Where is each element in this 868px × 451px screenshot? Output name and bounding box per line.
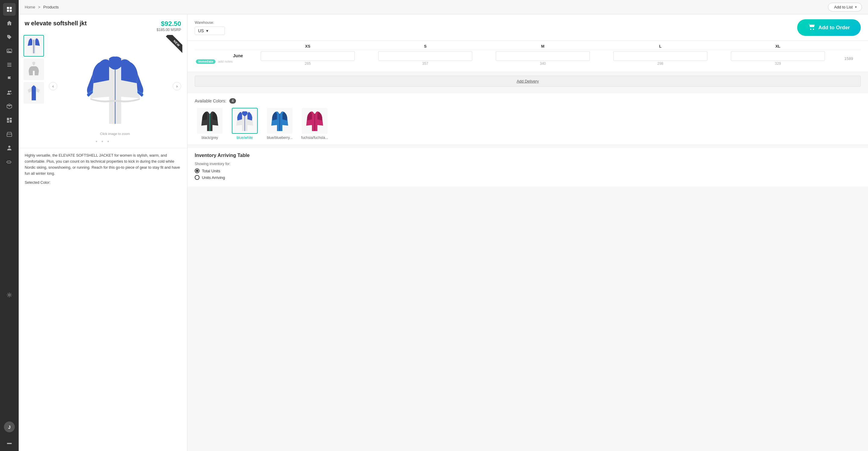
product-images: NEW ‹ (19, 35, 187, 137)
size-l-header: L (601, 44, 719, 49)
warehouse-value: US (198, 28, 204, 33)
image-dots: • • • (19, 137, 187, 148)
sidebar-item-box[interactable] (3, 100, 16, 113)
warehouse-block: Warehouse: US ▾ (195, 21, 225, 35)
order-panel: Warehouse: US ▾ Add to Order (187, 14, 868, 451)
total-units-radio-circle (195, 168, 199, 173)
size-s-header: S (367, 44, 484, 49)
color-swatch-blue-white (232, 108, 258, 134)
colors-section: Available Colors: 4 (187, 93, 868, 145)
product-price-block: $92.50 $185.00 MSRP (157, 20, 181, 32)
sidebar-item-gallery[interactable] (3, 114, 16, 127)
warehouse-label: Warehouse: (195, 21, 225, 25)
sidebar-item-flag[interactable] (3, 72, 16, 85)
svg-rect-14 (10, 120, 12, 123)
add-to-order-label: Add to Order (818, 25, 850, 31)
sidebar-item-handshake[interactable] (3, 156, 16, 168)
size-xs-header: XS (249, 44, 367, 49)
breadcrumb-home[interactable]: Home (25, 5, 35, 9)
add-to-order-button[interactable]: Add to Order (797, 19, 861, 36)
sidebar-item-list[interactable] (3, 59, 16, 71)
xl-inventory: 329 (719, 61, 837, 66)
warehouse-select[interactable]: US ▾ (195, 27, 225, 35)
product-price: $92.50 (157, 20, 181, 28)
sidebar-item-image[interactable] (3, 44, 16, 57)
warehouse-chevron-icon: ▾ (206, 28, 208, 33)
selected-color-label: Selected Color: (25, 180, 181, 186)
units-arriving-radio-circle (195, 175, 199, 180)
sidebar-item-tag[interactable] (3, 31, 16, 43)
color-swatch-fuchsia (302, 108, 328, 134)
svg-point-23 (813, 29, 814, 30)
svg-point-22 (810, 29, 811, 30)
xs-quantity-input[interactable] (261, 51, 355, 61)
content-row: w elevate softshell jkt $92.50 $185.00 M… (19, 14, 868, 451)
color-item-blue-white[interactable]: blue/white (230, 108, 260, 140)
add-notes-link[interactable]: add notes (218, 60, 239, 63)
breadcrumb-current: Products (43, 5, 59, 9)
sidebar-item-minimize[interactable] (3, 435, 16, 448)
main-image-container: NEW ‹ (48, 35, 182, 137)
chevron-down-icon: ▾ (855, 5, 857, 9)
sidebar-item-person[interactable] (3, 141, 16, 154)
s-quantity-input[interactable] (378, 51, 472, 61)
units-arriving-label: Units Arriving (202, 175, 225, 180)
m-quantity-input[interactable] (496, 51, 590, 61)
june-delivery-row: June Immediate add notes 265 357 (195, 50, 861, 67)
sidebar-item-grid[interactable] (3, 3, 16, 16)
product-main-image[interactable] (82, 44, 148, 128)
cart-icon (808, 24, 815, 32)
thumbnail-2[interactable] (24, 59, 44, 80)
product-description-text: Highly versatile, the ELEVATE SOFTSHELL … (25, 153, 181, 176)
color-item-black-grey[interactable]: black/grey (195, 108, 225, 140)
sidebar-item-settings[interactable] (3, 289, 16, 301)
next-image-button[interactable]: › (173, 82, 181, 90)
prev-image-button[interactable]: ‹ (49, 82, 57, 90)
product-header: w elevate softshell jkt $92.50 $185.00 M… (19, 14, 187, 35)
june-month-label: June (195, 53, 249, 58)
svg-rect-15 (7, 134, 12, 136)
breadcrumb-sep: > (38, 5, 40, 9)
color-item-fuchsia[interactable]: fuchsia/fuchsla... (300, 108, 330, 140)
add-to-list-button[interactable]: Add to List ▾ (828, 3, 862, 11)
units-arriving-radio[interactable]: Units Arriving (195, 175, 861, 180)
order-top-bar: Warehouse: US ▾ Add to Order (187, 14, 868, 41)
new-badge: NEW (155, 35, 182, 62)
color-item-blue-blueberry[interactable]: blue/blueberry... (265, 108, 295, 140)
colors-header: Available Colors: 4 (195, 98, 861, 104)
new-badge-label: NEW (166, 35, 182, 54)
m-input-cell: 340 (484, 51, 601, 66)
user-avatar[interactable]: J (4, 421, 15, 432)
svg-point-10 (10, 91, 11, 92)
svg-point-16 (8, 146, 10, 148)
total-units-radio[interactable]: Total Units (195, 168, 861, 173)
colors-label: Available Colors: (195, 98, 226, 103)
svg-rect-0 (7, 7, 9, 9)
inventory-table-title: Inventory Arriving Table (195, 153, 861, 158)
s-inventory: 357 (367, 61, 484, 66)
svg-rect-3 (10, 10, 12, 12)
thumbnail-1[interactable] (24, 35, 44, 57)
l-inventory: 298 (601, 61, 719, 66)
sidebar-item-home[interactable] (3, 17, 16, 30)
color-name-fuchsia: fuchsia/fuchsla... (301, 136, 328, 140)
xl-quantity-input[interactable] (731, 51, 825, 61)
color-name-blue-white: blue/white (237, 136, 253, 140)
breadcrumb: Home > Products (25, 5, 59, 9)
color-swatch-black-grey (197, 108, 223, 134)
size-grid-section: XS S M L XL June Immediate add notes (187, 41, 868, 72)
sidebar-item-store[interactable] (3, 128, 16, 140)
add-to-list-label: Add to List (834, 5, 852, 9)
colors-grid: black/grey bl (195, 108, 861, 140)
xs-inventory: 265 (249, 61, 367, 66)
topbar: Home > Products Add to List ▾ (19, 0, 868, 14)
svg-point-17 (8, 294, 10, 296)
sidebar-item-users[interactable] (3, 86, 16, 99)
svg-rect-12 (10, 118, 12, 119)
m-inventory: 340 (484, 61, 601, 66)
add-delivery-button[interactable]: Add Delivery (195, 76, 861, 87)
june-label-block: June Immediate add notes (195, 53, 249, 64)
thumbnail-3[interactable] (24, 82, 44, 104)
l-quantity-input[interactable] (613, 51, 707, 61)
xs-input-cell: 265 (249, 51, 367, 66)
